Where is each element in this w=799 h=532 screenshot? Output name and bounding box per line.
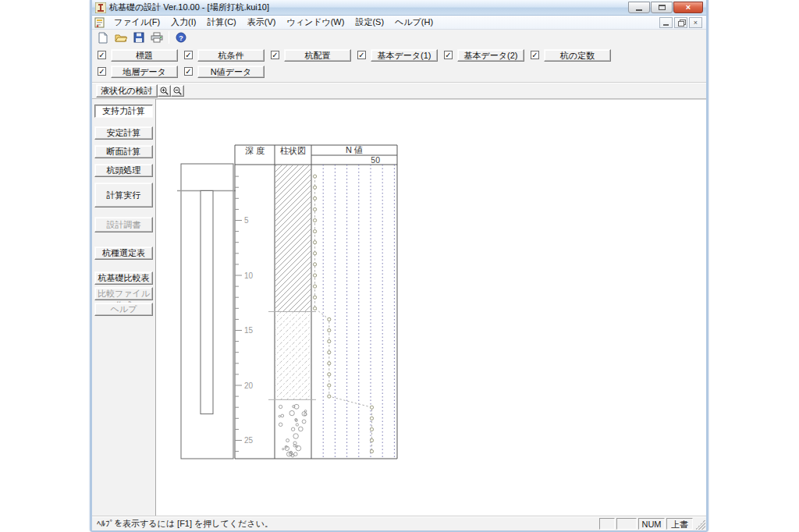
status-pane-3: 上書 (666, 518, 693, 530)
status-pane-2: NUM (638, 518, 665, 530)
print-icon (151, 32, 163, 43)
maximize-button[interactable] (651, 2, 673, 13)
checkbox-0-1[interactable]: ✓ (184, 51, 193, 59)
mdi-close-icon: × (694, 19, 698, 27)
liquefaction-check-button[interactable]: 液状化の検討 (96, 84, 158, 98)
help-button[interactable]: ? (173, 30, 189, 44)
menu-item-4[interactable]: ウィンドウ(W) (281, 16, 350, 29)
menu-item-1[interactable]: 入力(I) (165, 16, 201, 29)
checkbox-1-1[interactable]: ✓ (184, 67, 193, 76)
zoom-in-button[interactable] (158, 85, 171, 97)
title-bar: 杭基礎の設計 Ver.10.00 - [場所打杭.kui10] × (92, 0, 706, 16)
panel-button[interactable]: 地層データ (111, 66, 178, 78)
menu-item-3[interactable]: 表示(V) (242, 16, 282, 29)
n-value-marker (313, 197, 316, 200)
save-button[interactable] (131, 30, 147, 44)
n-value-marker (328, 317, 331, 321)
n-value-marker (328, 395, 331, 398)
panel-button[interactable]: 杭配置 (284, 49, 351, 62)
n-value-marker (313, 218, 316, 222)
status-pane-0 (599, 518, 615, 530)
panel-button[interactable]: 杭の定数 (544, 49, 611, 62)
zoom-out-button[interactable] (171, 85, 184, 97)
panel-toggle-rows: ✓標題✓杭条件✓杭配置✓基本データ(1)✓基本データ(2)✓杭の定数✓地層データ… (92, 45, 706, 82)
mdi-close-button[interactable]: × (689, 17, 702, 28)
mdi-minimize-icon (663, 24, 669, 26)
nvalue-column-header: N 値 (346, 145, 363, 154)
sidebar-button-1[interactable]: 安定計算 (94, 126, 153, 140)
menu-item-6[interactable]: ヘルプ(H) (389, 16, 439, 29)
toggle-group: ✓杭の定数 (528, 49, 615, 62)
menu-item-2[interactable]: 計算(C) (201, 16, 241, 29)
sidebar: 支持力計算安定計算断面計算杭頭処理計算実行設計調書杭種選定表杭基礎比較表比較ファ… (92, 99, 156, 516)
n-value-marker (328, 373, 331, 376)
sidebar-button-0[interactable]: 支持力計算 (94, 105, 153, 118)
n-value-marker (370, 417, 373, 420)
depth-tick-label: 10 (244, 271, 254, 280)
app-icon (95, 2, 106, 13)
new-document-icon (98, 32, 108, 44)
window-controls: × (628, 2, 703, 13)
new-document-button[interactable] (95, 30, 111, 44)
sidebar-button-6[interactable]: 杭種選定表 (94, 246, 153, 260)
menu-item-0[interactable]: ファイル(F) (108, 16, 165, 29)
panel-button[interactable]: 基本データ(2) (457, 49, 524, 62)
depth-tick-label: 5 (244, 216, 249, 225)
mdi-restore-icon (678, 20, 684, 25)
mdi-restore-button[interactable] (674, 17, 687, 28)
content-area: 支持力計算安定計算断面計算杭頭処理計算実行設計調書杭種選定表杭基礎比較表比較ファ… (92, 98, 706, 516)
sidebar-button-3[interactable]: 杭頭処理 (94, 164, 153, 177)
zoom-out-icon (172, 86, 183, 96)
checkbox-0-0[interactable]: ✓ (98, 51, 106, 59)
menu-items: ファイル(F)入力(I)計算(C)表示(V)ウィンドウ(W)設定(S)ヘルプ(H… (108, 16, 439, 29)
sidebar-button-7[interactable]: 杭基礎比較表 (94, 271, 153, 285)
toggle-row-1: ✓地層データ✓N値データ (95, 63, 706, 80)
n-value-marker (328, 340, 331, 343)
save-icon (133, 32, 144, 43)
document-icon (94, 17, 105, 28)
checkbox-0-3[interactable]: ✓ (357, 51, 366, 59)
depth-tick-label: 20 (244, 381, 254, 390)
n-value-marker (313, 263, 316, 266)
sidebar-button-2[interactable]: 断面計算 (94, 145, 153, 158)
checkbox-0-2[interactable]: ✓ (271, 51, 279, 59)
n-value-marker (313, 285, 316, 288)
open-folder-button[interactable] (113, 30, 129, 44)
panel-button[interactable]: 標題 (111, 49, 178, 62)
n-value-marker (313, 296, 316, 299)
help-icon: ? (176, 32, 186, 43)
mdi-minimize-button[interactable] (659, 17, 673, 28)
checkbox-0-4[interactable]: ✓ (444, 51, 453, 59)
panel-button[interactable]: 基本データ(1) (371, 49, 438, 62)
n-value-marker (313, 207, 316, 211)
minimize-icon (636, 9, 642, 11)
screen: 杭基礎の設計 Ver.10.00 - [場所打杭.kui10] × ファイル(F… (0, 0, 799, 532)
panel-button[interactable]: 杭条件 (197, 49, 265, 62)
soil-layer-2 (279, 404, 307, 457)
sidebar-button-4[interactable]: 計算実行 (94, 183, 153, 207)
checkbox-0-5[interactable]: ✓ (531, 51, 539, 59)
menu-item-5[interactable]: 設定(S) (350, 16, 389, 29)
checkbox-1-0[interactable]: ✓ (98, 67, 106, 76)
toggle-group: ✓杭配置 (268, 49, 355, 62)
minimize-button[interactable] (628, 2, 650, 13)
soil-layer-1 (275, 312, 311, 400)
zoom-in-icon (159, 86, 169, 96)
borelog-column-header: 柱状図 (280, 146, 306, 155)
pile-shaft (201, 190, 213, 413)
maximize-icon (659, 5, 666, 10)
panel-button[interactable]: N値データ (197, 66, 265, 78)
n-value-marker (313, 307, 316, 310)
n-value-marker (370, 406, 373, 409)
n-value-marker (370, 438, 373, 442)
toggle-group: ✓基本データ(1) (355, 49, 442, 62)
print-button[interactable] (149, 30, 165, 44)
toggle-group: ✓杭条件 (182, 49, 268, 62)
toolbar: ? (92, 30, 706, 45)
resize-grip[interactable] (695, 520, 705, 530)
depth-column-header: 深 度 (245, 146, 265, 155)
toggle-group: ✓基本データ(2) (442, 49, 528, 62)
toggle-group: ✓N値データ (182, 66, 268, 78)
close-button[interactable]: × (673, 2, 703, 13)
n-value-marker (328, 384, 331, 387)
